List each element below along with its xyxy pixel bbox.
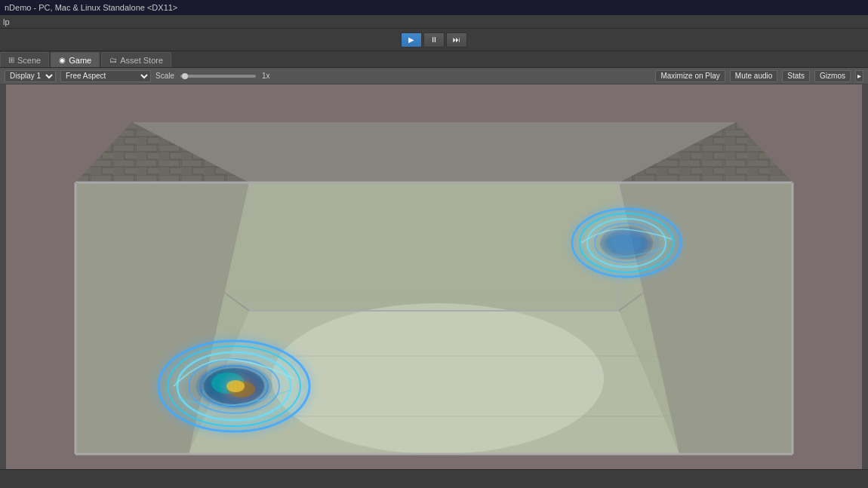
aspect-select[interactable]: Free Aspect xyxy=(60,70,151,82)
step-button[interactable]: ⏭ xyxy=(446,32,467,48)
play-button[interactable]: ▶ xyxy=(401,32,422,48)
scene-svg xyxy=(0,84,868,469)
pause-button[interactable]: ⏸ xyxy=(423,32,445,48)
title-bar: nDemo - PC, Mac & Linux Standalone <DX11… xyxy=(0,0,868,15)
tab-asset-store[interactable]: 🗂 Asset Store xyxy=(101,52,171,67)
play-icon: ▶ xyxy=(408,35,414,44)
toolbar: ▶ ⏸ ⏭ xyxy=(0,29,868,51)
scene-tab-icon: ⊞ xyxy=(8,56,14,64)
more-options-button[interactable]: ▸ xyxy=(855,70,863,82)
options-bar: Display 1 Free Aspect Scale 1x Maximize … xyxy=(0,68,868,84)
scale-slider[interactable] xyxy=(180,75,256,78)
stats-button[interactable]: Stats xyxy=(782,70,810,82)
maximize-on-play-button[interactable]: Maximize on Play xyxy=(655,70,725,82)
svg-rect-51 xyxy=(0,84,6,469)
svg-point-43 xyxy=(226,380,245,392)
svg-point-17 xyxy=(272,303,604,454)
scale-label: Scale xyxy=(155,72,174,80)
pause-icon: ⏸ xyxy=(430,35,438,44)
more-icon: ▸ xyxy=(857,72,861,80)
svg-point-50 xyxy=(611,234,642,252)
title-text: nDemo - PC, Mac & Linux Standalone <DX11… xyxy=(5,3,177,12)
mute-audio-button[interactable]: Mute audio xyxy=(730,70,777,82)
game-viewport xyxy=(0,84,868,469)
bottom-bar xyxy=(0,469,868,484)
menu-bar: lp xyxy=(0,15,868,29)
step-icon: ⏭ xyxy=(453,35,460,44)
asset-store-tab-label: Asset Store xyxy=(120,56,163,65)
scale-value: 1x xyxy=(262,72,270,80)
svg-rect-52 xyxy=(862,84,868,469)
tab-game[interactable]: ◉ Game xyxy=(51,52,100,67)
display-select[interactable]: Display 1 xyxy=(5,70,56,82)
tab-scene[interactable]: ⊞ Scene xyxy=(0,52,49,67)
scene-tab-label: Scene xyxy=(17,56,41,65)
game-tab-icon: ◉ xyxy=(59,56,66,64)
game-tab-label: Game xyxy=(69,56,91,65)
tab-bar: ⊞ Scene ◉ Game 🗂 Asset Store xyxy=(0,51,868,68)
asset-store-tab-icon: 🗂 xyxy=(109,56,117,64)
gizmos-button[interactable]: Gizmos xyxy=(814,70,851,82)
menu-item-lp[interactable]: lp xyxy=(3,17,10,26)
